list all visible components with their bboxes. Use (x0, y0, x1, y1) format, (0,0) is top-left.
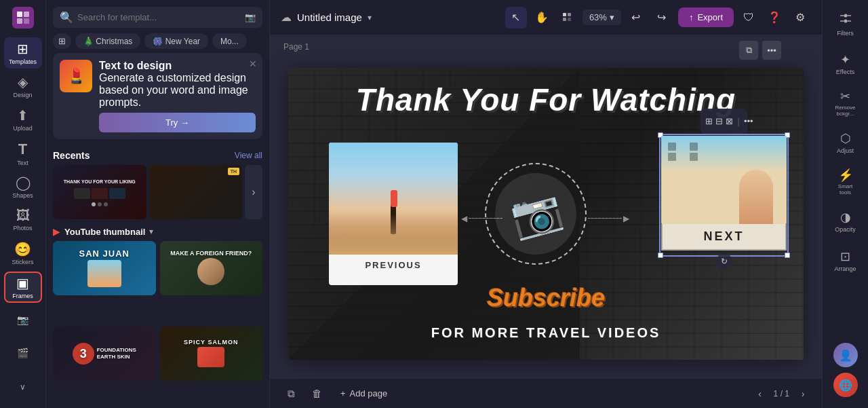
redo-button[interactable]: ↪ (651, 7, 673, 29)
arrow-right: ▶ (587, 214, 629, 223)
search-bar[interactable]: 🔍 📷 (53, 7, 262, 28)
sidebar-item-templates-label: Templates (9, 58, 37, 65)
smart-tools-label: Smarttools (838, 184, 852, 196)
float-tool-3[interactable]: ⊠ (726, 112, 733, 131)
sidebar-item-design[interactable]: ◈ Design (4, 71, 42, 102)
recents-next-button[interactable]: › (245, 165, 262, 219)
recent-item[interactable]: TH (149, 165, 243, 219)
search-input[interactable] (77, 12, 241, 22)
sidebar-item-templates[interactable]: ⊞ Templates (4, 37, 42, 68)
zoom-control[interactable]: 63% ▾ (583, 10, 621, 25)
title-dropdown-icon[interactable]: ▾ (368, 13, 372, 22)
stickers-icon: 😊 (14, 241, 31, 257)
thumbnail-item-sanjuan[interactable]: SAN JUAN (53, 241, 156, 295)
promo-try-button[interactable]: Try → (99, 113, 256, 132)
filter-tags: ⊞ 🎄 Christmas 🎆 New Year Mo... (53, 33, 262, 49)
recent-item[interactable]: THANK YOU FOR YOUR LIKING (53, 165, 146, 219)
user-avatar[interactable]: 👤 (833, 343, 858, 367)
filters-label: Filters (837, 30, 854, 37)
filters-icon (839, 12, 852, 29)
sidebar-item-shapes[interactable]: ◯ Shapes (4, 171, 42, 202)
export-button[interactable]: ↑ Export (678, 7, 734, 27)
more-tag[interactable]: Mo... (212, 33, 247, 49)
promo-section: 💄 Text to design Generate a customized d… (46, 53, 269, 146)
search-icon: 🔍 (60, 11, 73, 24)
adjust-icon: ⬡ (840, 131, 851, 146)
page-copy-button[interactable]: ⧉ (739, 41, 758, 60)
thumbnail-item-dark1[interactable]: 3 FOUNDATIONSEARTH SKIN (53, 327, 156, 381)
sidebar-item-stickers-label: Stickers (12, 259, 33, 265)
right-item-arrange[interactable]: ⊡ Arrange (825, 242, 866, 280)
promo-box: 💄 Text to design Generate a customized d… (53, 53, 262, 139)
right-bottom: 👤 🌐 (833, 343, 858, 403)
refresh-handle[interactable]: ↻ (716, 253, 732, 270)
brand-avatar[interactable]: 🌐 (833, 373, 858, 397)
previous-label: PREVIOUS (365, 255, 421, 273)
more2-icon: 🎬 (17, 348, 28, 358)
float-tool-1[interactable]: ⊞ (705, 112, 713, 131)
sidebar-item-more2[interactable]: 🎬 (4, 339, 42, 369)
right-item-effects[interactable]: ✦ Effects (825, 45, 866, 83)
delete-page-button[interactable]: 🗑 (307, 384, 327, 404)
canvas-wrapper: Page 1 ⧉ ••• Thank You For Watching (270, 35, 822, 378)
filter-btn[interactable]: ⊞ (53, 33, 71, 49)
svg-rect-2 (17, 18, 22, 24)
canvas-element[interactable]: Thank You For Watching PREVIOUS 📷 (288, 68, 804, 360)
right-item-remove-bg[interactable]: ✂ Removebckgr... (825, 84, 866, 122)
sidebar-item-frames[interactable]: ▣ Frames (4, 272, 42, 303)
sidebar-item-text[interactable]: T Text (4, 138, 42, 168)
thumbnail-item-spicy[interactable]: SPICY SALMON (160, 327, 263, 381)
document-title[interactable]: Untitled image (297, 12, 362, 23)
page-label: Page 1 (283, 42, 309, 52)
svg-rect-1 (24, 12, 29, 17)
shield-button[interactable]: 🛡 (738, 7, 760, 29)
previous-frame[interactable]: PREVIOUS (329, 143, 458, 285)
hand-tool-button[interactable]: ✋ (531, 7, 553, 29)
right-item-opacity[interactable]: ◑ Opacity (825, 202, 866, 240)
sidebar-item-more1[interactable]: 📷 (4, 305, 42, 336)
logo-area[interactable] (8, 5, 38, 29)
effects-label: Effects (836, 69, 854, 76)
close-promo-button[interactable]: ✕ (249, 58, 257, 69)
view-all-link[interactable]: View all (235, 151, 262, 160)
section-chevron[interactable]: ▾ (149, 227, 153, 236)
thumbnail-label: SAN JUAN (53, 241, 156, 295)
left-sidebar: ⊞ Templates ◈ Design ⬆ Upload T Text ◯ S… (0, 0, 46, 408)
new-year-tag[interactable]: 🎆 New Year (144, 33, 208, 49)
sidebar-item-stickers[interactable]: 😊 Stickers (4, 238, 42, 268)
grid-view-button[interactable] (557, 7, 578, 29)
recent-thumb-2: TH (149, 165, 243, 219)
right-item-filters[interactable]: Filters (825, 5, 866, 43)
templates-icon: ⊞ (17, 41, 28, 57)
float-tool-2[interactable]: ⊟ (715, 112, 723, 131)
cursor-tool-button[interactable]: ↖ (505, 7, 527, 29)
next-frame-container[interactable]: ⊞ ⊟ ⊠ | ••• (661, 136, 787, 255)
duplicate-page-button[interactable]: ⧉ (281, 384, 301, 404)
add-page-button[interactable]: + Add page (332, 385, 395, 402)
previous-page-button[interactable]: ‹ (752, 386, 768, 402)
sidebar-item-photos[interactable]: 🖼 Photos (4, 204, 42, 235)
thumbnail-label: 3 FOUNDATIONSEARTH SKIN (53, 327, 156, 381)
svg-rect-3 (24, 18, 29, 24)
right-item-adjust[interactable]: ⬡ Adjust (825, 124, 866, 162)
smart-tools-icon: ⚡ (838, 168, 853, 183)
thumbnail-item-foreign[interactable]: MAKE A FOREIGN FRIEND? (160, 241, 263, 295)
page-more-button[interactable]: ••• (762, 41, 781, 60)
float-more-button[interactable]: ••• (744, 112, 753, 131)
app-logo[interactable] (12, 7, 34, 29)
undo-button[interactable]: ↩ (625, 7, 647, 29)
sidebar-item-expand[interactable]: ∨ (4, 372, 42, 403)
next-page-button[interactable]: › (795, 386, 811, 402)
sidebar-item-upload[interactable]: ⬆ Upload (4, 105, 42, 135)
christmas-tag[interactable]: 🎄 Christmas (75, 33, 140, 49)
right-item-smart-tools[interactable]: ⚡ Smarttools (825, 163, 866, 201)
handle-bottom-left[interactable] (658, 253, 663, 258)
photos-icon: 🖼 (16, 208, 30, 223)
remove-bg-label: Removebckgr... (835, 105, 856, 117)
promo-title: Text to design (99, 60, 256, 72)
handle-bottom-right[interactable] (785, 253, 790, 258)
help-button[interactable]: ❓ (764, 7, 785, 29)
settings-button[interactable]: ⚙ (789, 7, 811, 29)
opacity-label: Opacity (835, 226, 856, 234)
section-title: YouTube thumbnail (64, 227, 145, 237)
